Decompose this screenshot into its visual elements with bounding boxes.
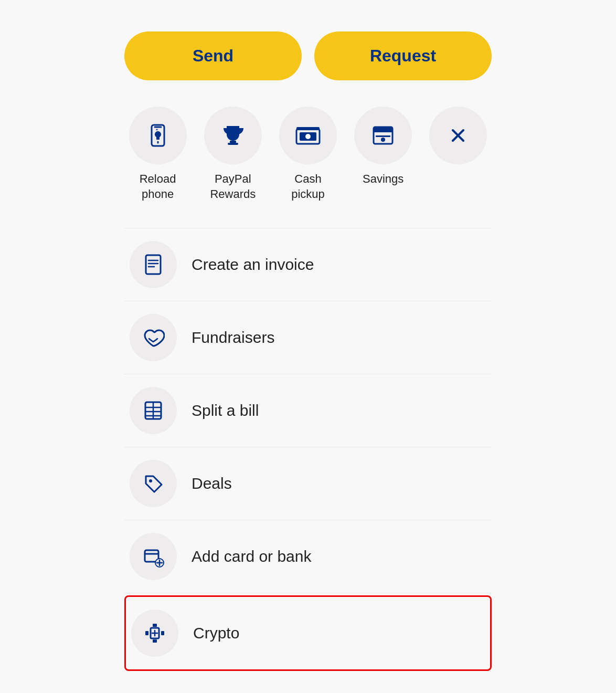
request-button[interactable]: Request (314, 32, 492, 80)
list-section: Create an invoice Fundraisers (124, 228, 492, 673)
crypto-icon (143, 622, 166, 645)
invoice-icon (142, 253, 165, 276)
quick-action-reload-phone[interactable]: Reloadphone (124, 107, 191, 202)
deals-icon (142, 472, 165, 495)
cash-pickup-circle (279, 107, 337, 164)
list-item-deals[interactable]: Deals (124, 447, 492, 520)
svg-point-5 (305, 134, 311, 139)
quick-action-close[interactable] (425, 107, 492, 164)
svg-rect-1 (230, 141, 236, 143)
cash-pickup-label: Cashpickup (291, 172, 325, 202)
cash-pickup-icon (294, 123, 322, 148)
main-container: Send Request Reloadphone (124, 32, 492, 673)
quick-actions-row: Reloadphone PayPalRewards (124, 107, 492, 202)
close-circle (429, 107, 487, 164)
reload-phone-label: Reloadphone (140, 172, 176, 202)
crypto-icon-circle (131, 610, 178, 657)
list-item-split-bill[interactable]: Split a bill (124, 374, 492, 447)
svg-rect-30 (145, 631, 148, 635)
add-card-bank-label: Add card or bank (192, 548, 311, 565)
crypto-label: Crypto (193, 624, 239, 642)
paypal-rewards-circle (204, 107, 262, 164)
split-bill-label: Split a bill (192, 402, 259, 419)
create-invoice-label: Create an invoice (192, 256, 314, 274)
list-item-fundraisers[interactable]: Fundraisers (124, 301, 492, 374)
quick-action-savings[interactable]: Savings (350, 107, 417, 187)
fundraisers-icon-circle (130, 314, 177, 361)
reload-phone-circle (129, 107, 187, 164)
svg-rect-8 (374, 127, 392, 132)
list-item-crypto[interactable]: Crypto (124, 595, 492, 671)
quick-action-cash-pickup[interactable]: Cashpickup (274, 107, 341, 202)
svg-rect-31 (161, 631, 164, 635)
split-bill-icon-circle (130, 387, 177, 434)
svg-rect-29 (153, 639, 157, 643)
invoice-icon-circle (130, 241, 177, 288)
fundraisers-icon (142, 326, 165, 349)
list-item-create-invoice[interactable]: Create an invoice (124, 228, 492, 301)
reload-phone-icon (145, 123, 171, 148)
svg-rect-10 (376, 135, 390, 137)
list-item-add-card-bank[interactable]: Add card or bank (124, 520, 492, 593)
deals-label: Deals (192, 475, 232, 492)
svg-point-22 (149, 479, 152, 482)
add-card-icon (142, 545, 165, 568)
savings-circle (354, 107, 412, 164)
quick-action-paypal-rewards[interactable]: PayPalRewards (199, 107, 266, 202)
top-buttons: Send Request (124, 32, 492, 80)
add-card-icon-circle (130, 533, 177, 580)
svg-rect-28 (153, 624, 157, 627)
savings-label: Savings (363, 172, 403, 187)
savings-icon (370, 123, 396, 148)
trophy-icon (220, 123, 246, 148)
svg-rect-13 (146, 255, 161, 274)
svg-rect-6 (296, 127, 320, 130)
svg-rect-2 (228, 143, 238, 145)
split-bill-icon (142, 399, 165, 422)
paypal-rewards-label: PayPalRewards (210, 172, 256, 202)
send-button[interactable]: Send (124, 32, 302, 80)
deals-icon-circle (130, 460, 177, 507)
close-icon (448, 125, 469, 146)
svg-point-9 (381, 138, 385, 142)
fundraisers-label: Fundraisers (192, 329, 274, 346)
